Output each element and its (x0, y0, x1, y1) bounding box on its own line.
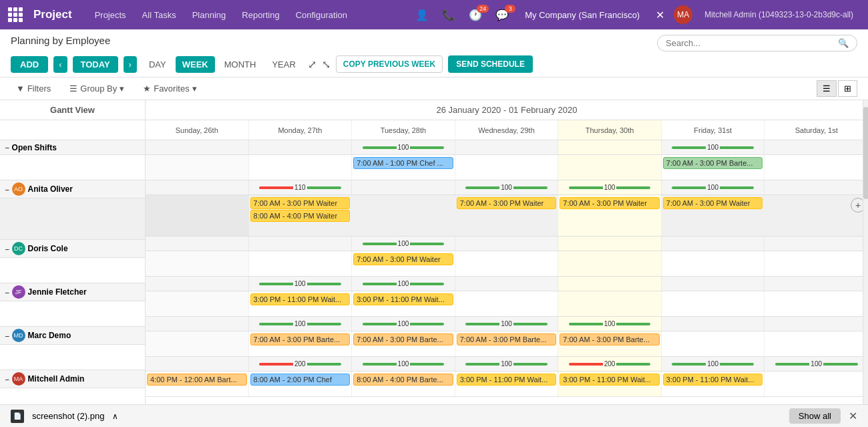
c02[interactable]: 7:00 AM - 1:00 PM Chef ... (352, 155, 455, 180)
activity-badge: 24 (477, 5, 489, 13)
at01[interactable]: 7:00 AM - 3:00 PM Waiter 8:00 AM - 4:00 … (249, 195, 353, 236)
marc-task-2[interactable]: 7:00 AM - 3:00 PM Barte... (353, 333, 453, 345)
nav-projects[interactable]: Projects (88, 7, 133, 23)
favorites-button[interactable]: ★ Favorites ▾ (138, 81, 202, 96)
group-by-button[interactable]: ☰ Group By ▾ (64, 81, 130, 96)
view-week[interactable]: WEEK (176, 56, 215, 73)
c04 (558, 155, 662, 180)
mt02[interactable]: 7:00 AM - 3:00 PM Barte... (352, 331, 455, 356)
c05[interactable]: 7:00 AM - 3:00 PM Barte... (662, 155, 765, 180)
jt01[interactable]: 3:00 PM - 11:00 PM Wait... (249, 291, 353, 316)
group-marc[interactable]: – MD Marc Demo (0, 327, 145, 345)
people-icon[interactable]: 👤 (411, 7, 433, 23)
close-bottom-bar-button[interactable]: ✕ (849, 410, 857, 422)
at05[interactable]: 7:00 AM - 3:00 PM Waiter (662, 195, 765, 236)
anita-task-5[interactable]: 7:00 AM - 3:00 PM Waiter (663, 197, 763, 209)
group-mitchell[interactable]: – MA Mitchell Admin (0, 370, 145, 388)
nav-reporting[interactable]: Reporting (235, 7, 286, 23)
collapse-icon[interactable]: ⤡ (322, 58, 331, 71)
view-day[interactable]: DAY (142, 56, 173, 73)
marc-task-3[interactable]: 7:00 AM - 3:00 PM Barte... (457, 333, 557, 345)
group-jennie[interactable]: – JF Jennie Fletcher (0, 283, 145, 301)
add-button[interactable]: ADD (11, 56, 48, 73)
send-schedule-button[interactable]: SEND SCHEDULE (448, 55, 533, 73)
anita-task-3[interactable]: 7:00 AM - 3:00 PM Waiter (457, 197, 557, 209)
anita-task-1[interactable]: 7:00 AM - 3:00 PM Waiter (250, 197, 351, 209)
list-view-btn[interactable]: ☰ (817, 80, 837, 97)
j02: 100 (352, 277, 455, 291)
marc-task-4[interactable]: 7:00 AM - 3:00 PM Barte... (560, 333, 660, 345)
search-input[interactable] (666, 38, 834, 48)
star-icon: ★ (143, 84, 151, 94)
view-toggle: ☰ ⊞ (817, 80, 857, 97)
anita-task-4[interactable]: 7:00 AM - 3:00 PM Waiter (560, 197, 660, 209)
date-range-text: 26 January 2020 - 01 February 2020 (436, 105, 577, 115)
phone-icon[interactable]: 📞 (438, 7, 459, 23)
mit03[interactable]: 3:00 PM - 11:00 PM Wait... (455, 372, 559, 396)
at04[interactable]: 7:00 AM - 3:00 PM Waiter (558, 195, 662, 236)
view-month[interactable]: MONTH (218, 56, 263, 73)
mitchell-task-3[interactable]: 8:00 AM - 4:00 PM Barte... (353, 374, 453, 386)
app-grid-icon[interactable] (8, 7, 23, 22)
a05: 100 (662, 180, 765, 194)
mitchell-task-6[interactable]: 3:00 PM - 11:00 PM Wait... (663, 374, 763, 386)
group-doris[interactable]: – DC Doris Cole (0, 240, 145, 258)
message-icon[interactable]: 💬 3 (491, 7, 513, 23)
toolbar: ADD ‹ TODAY › DAY WEEK MONTH YEAR ⤢ ⤡ CO… (11, 51, 857, 77)
mt04[interactable]: 7:00 AM - 3:00 PM Barte... (558, 331, 662, 356)
mit04[interactable]: 3:00 PM - 11:00 PM Wait... (558, 372, 662, 396)
mt01[interactable]: 7:00 AM - 3:00 PM Barte... (249, 331, 353, 356)
mitchell-task-2[interactable]: 8:00 AM - 2:00 PM Chef (250, 374, 351, 386)
group-anita[interactable]: – AO Anita Oliver (0, 180, 145, 198)
dt03 (455, 251, 559, 276)
jt02[interactable]: 3:00 PM - 11:00 PM Wait... (352, 291, 455, 316)
gantt-body-scroll[interactable]: 100 100 7:00 AM - 1:00 PM Chef ... (146, 140, 868, 407)
c06 (765, 155, 868, 180)
p04 (558, 140, 662, 154)
dt04 (558, 251, 662, 276)
nav-all-tasks[interactable]: All Tasks (136, 7, 183, 23)
j00 (146, 277, 249, 291)
user-name[interactable]: Mitchell Admin (1049323-13-0-2b3d9c-all) (698, 7, 860, 22)
filters-button[interactable]: ▼ Filters (11, 81, 56, 96)
expand-icon[interactable]: ⤢ (308, 58, 316, 71)
mit05[interactable]: 3:00 PM - 11:00 PM Wait... (662, 372, 765, 396)
a04: 100 (558, 180, 662, 194)
nav-configuration[interactable]: Configuration (289, 7, 354, 23)
mit01[interactable]: 8:00 AM - 2:00 PM Chef (249, 372, 353, 396)
next-button[interactable]: › (124, 56, 137, 73)
jennie-task-2[interactable]: 3:00 PM - 11:00 PM Wait... (353, 293, 453, 305)
mitchell-task-4[interactable]: 3:00 PM - 11:00 PM Wait... (457, 374, 557, 386)
mit02[interactable]: 8:00 AM - 4:00 PM Barte... (352, 372, 455, 396)
grid-view-btn[interactable]: ⊞ (838, 80, 857, 97)
group-open-shifts[interactable]: – Open Shifts (0, 140, 145, 155)
top-navigation: Project Projects All Tasks Planning Repo… (0, 0, 868, 29)
activity-icon[interactable]: 🕐 24 (465, 7, 486, 23)
task-open-shift-2[interactable]: 7:00 AM - 3:00 PM Barte... (663, 157, 763, 169)
mitchell-task-1[interactable]: 4:00 PM - 12:00 AM Bart... (147, 374, 247, 386)
marc-task-1[interactable]: 7:00 AM - 3:00 PM Barte... (250, 333, 351, 345)
copy-prev-week-button[interactable]: COPY PREVIOUS WEEK (336, 55, 443, 73)
user-avatar[interactable]: MA (674, 5, 692, 24)
today-button[interactable]: TODAY (73, 56, 118, 73)
search-icon[interactable]: 🔍 (838, 38, 849, 48)
m06 (765, 317, 868, 331)
company-selector[interactable]: My Company (San Francisco) (518, 7, 646, 23)
at03[interactable]: 7:00 AM - 3:00 PM Waiter (455, 195, 559, 236)
view-year[interactable]: YEAR (265, 56, 302, 73)
show-all-button[interactable]: Show all (789, 408, 841, 424)
task-open-shift-1[interactable]: 7:00 AM - 1:00 PM Chef ... (353, 157, 453, 169)
collapse-icon-mitchell: – (5, 376, 9, 383)
nav-planning[interactable]: Planning (186, 7, 233, 23)
doris-task-1[interactable]: 7:00 AM - 3:00 PM Waiter (353, 253, 453, 265)
anita-tasks: 7:00 AM - 3:00 PM Waiter 8:00 AM - 4:00 … (146, 195, 868, 237)
jennie-task-1[interactable]: 3:00 PM - 11:00 PM Wait... (250, 293, 351, 305)
dt02[interactable]: 7:00 AM - 3:00 PM Waiter (352, 251, 455, 276)
scrollbar-thumb[interactable] (863, 107, 868, 199)
mt03[interactable]: 7:00 AM - 3:00 PM Barte... (455, 331, 559, 356)
close-nav-icon[interactable]: ✕ (652, 7, 668, 23)
mitchell-task-5[interactable]: 3:00 PM - 11:00 PM Wait... (560, 374, 660, 386)
prev-button[interactable]: ‹ (53, 56, 67, 73)
mit00[interactable]: 4:00 PM - 12:00 AM Bart... (146, 372, 249, 396)
anita-task-2[interactable]: 8:00 AM - 4:00 PM Waiter (250, 210, 351, 222)
